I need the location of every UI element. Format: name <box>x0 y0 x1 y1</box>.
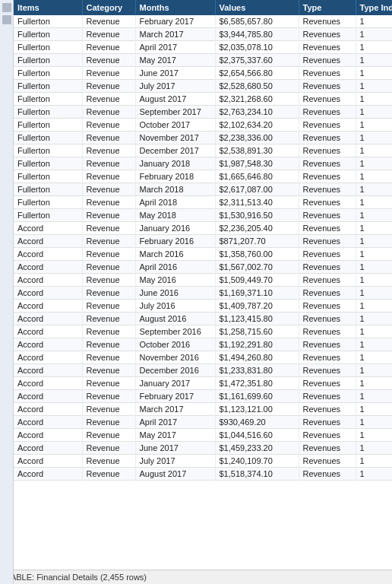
cell-type: Revenues <box>299 132 356 144</box>
table-row[interactable]: AccordRevenueApril 2017$930,469.20Revenu… <box>14 416 392 429</box>
table-row[interactable]: AccordRevenueMarch 2017$1,123,121.00Reve… <box>14 403 392 416</box>
cell-category: Revenue <box>82 261 135 274</box>
cell-months: August 2017 <box>135 468 215 481</box>
table-row[interactable]: FullertonRevenueJune 2017$2,654,566.80Re… <box>14 67 392 80</box>
table-row[interactable]: AccordRevenueApril 2016$1,567,002.70Reve… <box>14 261 392 274</box>
table-row[interactable]: FullertonRevenueNovember 2017$2,238,336.… <box>14 132 392 144</box>
cell-items: Fullerton <box>14 132 82 144</box>
cell-type-index: 1 <box>356 364 392 377</box>
table-row[interactable]: FullertonRevenueApril 2017$2,035,078.10R… <box>14 41 392 54</box>
cell-months: September 2016 <box>135 325 215 338</box>
cell-values: $1,409,787.20 <box>215 300 299 313</box>
cell-type-index: 1 <box>356 28 392 41</box>
table-row[interactable]: AccordRevenueJuly 2017$1,240,109.70Reven… <box>14 455 392 468</box>
col-header-type-index[interactable]: Type Index <box>356 0 392 15</box>
table-row[interactable]: FullertonRevenueMay 2018$1,530,916.50Rev… <box>14 209 392 222</box>
status-bar: TABLE: Financial Details (2,455 rows) <box>0 570 392 584</box>
cell-type-index: 1 <box>356 287 392 300</box>
cell-values: $1,240,109.70 <box>215 455 299 468</box>
table-row[interactable]: FullertonRevenueMarch 2017$3,944,785.80R… <box>14 28 392 41</box>
table-row[interactable]: FullertonRevenueJuly 2017$2,528,680.50Re… <box>14 80 392 93</box>
table-row[interactable]: AccordRevenueOctober 2016$1,192,291.80Re… <box>14 338 392 351</box>
table-row[interactable]: FullertonRevenueJanuary 2018$1,987,548.3… <box>14 157 392 170</box>
cell-items: Accord <box>14 248 82 261</box>
cell-type: Revenues <box>299 390 356 403</box>
table-row[interactable]: FullertonRevenueOctober 2017$2,102,634.2… <box>14 119 392 132</box>
cell-values: $930,469.20 <box>215 416 299 429</box>
table-row[interactable]: AccordRevenueMay 2016$1,509,449.70Revenu… <box>14 274 392 287</box>
col-header-values[interactable]: Values <box>215 0 299 15</box>
cell-category: Revenue <box>82 364 135 377</box>
panel-icon-2 <box>2 15 11 24</box>
table-row[interactable]: AccordRevenueSeptember 2016$1,258,715.60… <box>14 325 392 338</box>
cell-months: April 2017 <box>135 416 215 429</box>
table-row[interactable]: AccordRevenueJuly 2016$1,409,787.20Reven… <box>14 300 392 313</box>
table-row[interactable]: AccordRevenueFebruary 2017$1,161,699.60R… <box>14 390 392 403</box>
table-row[interactable]: AccordRevenueAugust 2017$1,518,374.10Rev… <box>14 468 392 481</box>
table-scroll[interactable]: Items Category Months Values Type Type I… <box>14 0 392 570</box>
cell-values: $871,207.70 <box>215 235 299 248</box>
cell-items: Accord <box>14 377 82 390</box>
table-row[interactable]: FullertonRevenueFebruary 2018$1,665,646.… <box>14 170 392 183</box>
cell-items: Accord <box>14 287 82 300</box>
cell-type-index: 1 <box>356 416 392 429</box>
cell-type-index: 1 <box>356 144 392 157</box>
cell-type: Revenues <box>299 28 356 41</box>
table-row[interactable]: FullertonRevenueAugust 2017$2,321,268.60… <box>14 93 392 106</box>
table-row[interactable]: FullertonRevenueFebruary 2017$6,585,657.… <box>14 15 392 28</box>
cell-category: Revenue <box>82 93 135 106</box>
cell-items: Fullerton <box>14 196 82 209</box>
cell-months: December 2016 <box>135 364 215 377</box>
cell-type-index: 1 <box>356 183 392 196</box>
cell-items: Accord <box>14 351 82 364</box>
col-header-items[interactable]: Items <box>14 0 82 15</box>
cell-type: Revenues <box>299 157 356 170</box>
cell-type-index: 1 <box>356 67 392 80</box>
cell-type-index: 1 <box>356 106 392 119</box>
table-row[interactable]: AccordRevenueMarch 2016$1,358,760.00Reve… <box>14 248 392 261</box>
cell-type-index: 1 <box>356 157 392 170</box>
cell-values: $1,472,351.80 <box>215 377 299 390</box>
cell-type-index: 1 <box>356 196 392 209</box>
table-row[interactable]: AccordRevenueJune 2017$1,459,233.20Reven… <box>14 442 392 455</box>
col-header-type[interactable]: Type <box>299 0 356 15</box>
table-row[interactable]: FullertonRevenueDecember 2017$2,538,891.… <box>14 144 392 157</box>
cell-items: Fullerton <box>14 183 82 196</box>
table-row[interactable]: FullertonRevenueMarch 2018$2,617,087.00R… <box>14 183 392 196</box>
table-row[interactable]: AccordRevenueJanuary 2017$1,472,351.80Re… <box>14 377 392 390</box>
cell-category: Revenue <box>82 468 135 481</box>
table-row[interactable]: AccordRevenueFebruary 2016$871,207.70Rev… <box>14 235 392 248</box>
table-row[interactable]: AccordRevenueNovember 2016$1,494,260.80R… <box>14 351 392 364</box>
table-row[interactable]: FullertonFullertonRevenueSeptember 2017$… <box>14 106 392 119</box>
cell-type: Revenues <box>299 80 356 93</box>
table-header-row: Items Category Months Values Type Type I… <box>14 0 392 15</box>
cell-values: $2,238,336.00 <box>215 132 299 144</box>
cell-months: March 2017 <box>135 403 215 416</box>
table-row[interactable]: AccordRevenueAugust 2016$1,123,415.80Rev… <box>14 313 392 325</box>
table-row[interactable]: FullertonRevenueApril 2018$2,311,513.40R… <box>14 196 392 209</box>
cell-months: February 2017 <box>135 15 215 28</box>
cell-items: Accord <box>14 403 82 416</box>
table-row[interactable]: AccordRevenueDecember 2016$1,233,831.80R… <box>14 364 392 377</box>
cell-category: Revenue <box>82 403 135 416</box>
cell-items: Fullerton <box>14 41 82 54</box>
cell-type: Revenues <box>299 106 356 119</box>
table-row[interactable]: AccordRevenueJanuary 2016$2,236,205.40Re… <box>14 222 392 235</box>
col-header-months[interactable]: Months <box>135 0 215 15</box>
table-row[interactable]: AccordRevenueMay 2017$1,044,516.60Revenu… <box>14 429 392 442</box>
cell-items: Accord <box>14 416 82 429</box>
cell-type-index: 1 <box>356 274 392 287</box>
cell-values: $1,044,516.60 <box>215 429 299 442</box>
cell-category: Revenue <box>82 80 135 93</box>
col-header-category[interactable]: Category <box>82 0 135 15</box>
cell-category: Revenue <box>82 54 135 67</box>
cell-category: Revenue <box>82 67 135 80</box>
table-row[interactable]: FullertonRevenueMay 2017$2,375,337.60Rev… <box>14 54 392 67</box>
table-row[interactable]: AccordRevenueJune 2016$1,169,371.10Reven… <box>14 287 392 300</box>
cell-months: November 2017 <box>135 132 215 144</box>
cell-items: Accord <box>14 455 82 468</box>
cell-values: $1,518,374.10 <box>215 468 299 481</box>
cell-months: April 2017 <box>135 41 215 54</box>
cell-months: August 2016 <box>135 313 215 325</box>
cell-type-index: 1 <box>356 455 392 468</box>
